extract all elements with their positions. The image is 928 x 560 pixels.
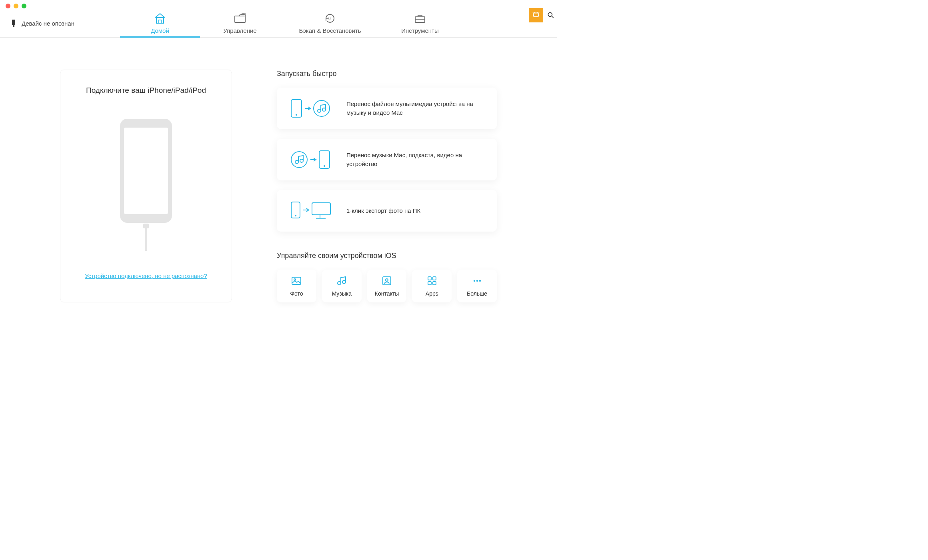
contacts-icon: [381, 275, 392, 286]
tile-photo[interactable]: Фото: [277, 270, 316, 302]
svg-point-14: [314, 100, 330, 116]
quick-card-label: Перенос музыки Mac, подкаста, видео на у…: [346, 151, 482, 169]
tab-backup-label: Бэкап & Восстановить: [299, 27, 361, 34]
manage-section: Управляйте своим устройством iOS Фото Му…: [277, 252, 497, 302]
svg-rect-3: [159, 20, 161, 23]
svg-rect-9: [124, 128, 168, 214]
right-panel: Запускать быстро Перенос файлов мультиме…: [277, 70, 497, 302]
svg-rect-24: [312, 203, 330, 215]
toolbox-icon: [414, 12, 426, 25]
tile-contacts[interactable]: Контакты: [367, 270, 407, 302]
search-icon: [547, 11, 555, 19]
svg-point-13: [296, 114, 297, 116]
svg-point-16: [322, 108, 326, 111]
svg-rect-33: [428, 282, 431, 285]
tile-label: Apps: [426, 290, 438, 297]
cart-icon: [532, 11, 540, 20]
svg-rect-31: [428, 277, 431, 280]
svg-point-30: [386, 279, 388, 281]
connect-panel: Подключите ваш iPhone/iPad/iPod Устройст…: [60, 70, 232, 302]
svg-rect-10: [143, 224, 149, 228]
tab-backup[interactable]: 0 Бэкап & Восстановить: [280, 12, 380, 37]
svg-point-17: [291, 152, 307, 168]
svg-point-18: [295, 160, 298, 164]
svg-point-35: [473, 280, 475, 282]
device-status-label: Девайс не опознан: [22, 20, 74, 27]
tab-tools-label: Инструменты: [401, 27, 439, 34]
apps-icon: [426, 275, 438, 286]
tile-label: Музыка: [332, 290, 352, 297]
tab-home[interactable]: Домой: [120, 12, 200, 37]
tile-label: Контакты: [375, 290, 399, 297]
tile-label: Больше: [467, 290, 487, 297]
tile-label: Фото: [290, 290, 303, 297]
device-to-pc-icon: [289, 200, 333, 222]
tab-tools[interactable]: Инструменты: [380, 12, 460, 37]
device-status: Девайс не опознан: [11, 19, 74, 27]
svg-point-36: [476, 280, 478, 282]
svg-text:0: 0: [328, 16, 331, 21]
svg-point-7: [548, 12, 552, 16]
svg-rect-1: [13, 25, 14, 27]
home-icon: [154, 12, 166, 25]
tab-home-label: Домой: [151, 27, 169, 34]
header-right: [529, 8, 557, 22]
phone-illustration: [116, 119, 176, 252]
main-tabs: Домой Управление 0 Бэкап & Восстановить …: [120, 12, 460, 37]
main-header: Девайс не опознан Домой Управление 0 Бэк…: [0, 12, 557, 38]
device-not-recognized-link[interactable]: Устройство подключено, но не распознано?: [85, 272, 207, 279]
window-close-button[interactable]: [6, 4, 10, 8]
window-minimize-button[interactable]: [14, 4, 18, 8]
svg-rect-0: [12, 20, 15, 25]
music-to-device-icon: [289, 148, 333, 171]
svg-point-27: [338, 282, 341, 285]
restore-icon: 0: [324, 12, 336, 25]
svg-point-19: [300, 159, 303, 162]
tab-manage[interactable]: Управление: [200, 12, 280, 37]
connect-title: Подключите ваш iPhone/iPad/iPod: [86, 86, 206, 95]
quick-heading: Запускать быстро: [277, 70, 497, 78]
svg-rect-34: [433, 282, 436, 285]
quick-card-label: Перенос файлов мультимедиа устройства на…: [346, 100, 482, 118]
svg-point-21: [324, 165, 325, 167]
tile-music[interactable]: Музыка: [322, 270, 362, 302]
music-icon: [336, 275, 347, 286]
svg-rect-25: [292, 277, 301, 284]
window-titlebar: [0, 0, 557, 12]
cart-button[interactable]: [529, 8, 543, 22]
content-area: Подключите ваш iPhone/iPad/iPod Устройст…: [0, 38, 557, 302]
device-to-music-icon: [289, 97, 333, 120]
quick-card-label: 1-клик экспорт фото на ПК: [346, 206, 420, 216]
window-zoom-button[interactable]: [22, 4, 26, 8]
quick-card-device-to-mac[interactable]: Перенос файлов мультимедиа устройства на…: [277, 88, 497, 129]
svg-point-15: [318, 109, 321, 112]
manage-heading: Управляйте своим устройством iOS: [277, 252, 497, 260]
photo-icon: [291, 275, 302, 286]
search-button[interactable]: [545, 8, 557, 22]
quick-card-mac-to-device[interactable]: Перенос музыки Mac, подкаста, видео на у…: [277, 139, 497, 180]
svg-point-28: [342, 280, 346, 284]
folder-icon: [234, 12, 246, 25]
tile-more[interactable]: Больше: [457, 270, 497, 302]
tab-manage-label: Управление: [223, 27, 256, 34]
quick-card-export-photo[interactable]: 1-клик экспорт фото на ПК: [277, 190, 497, 232]
device-icon: [11, 19, 16, 27]
svg-rect-4: [235, 16, 245, 22]
svg-point-26: [294, 279, 296, 280]
more-icon: [472, 275, 483, 286]
svg-rect-11: [145, 228, 147, 251]
svg-point-37: [479, 280, 480, 282]
manage-tile-row: Фото Музыка Контакты: [277, 270, 497, 302]
svg-point-23: [295, 215, 296, 216]
tile-apps[interactable]: Apps: [412, 270, 452, 302]
svg-rect-32: [433, 277, 436, 280]
